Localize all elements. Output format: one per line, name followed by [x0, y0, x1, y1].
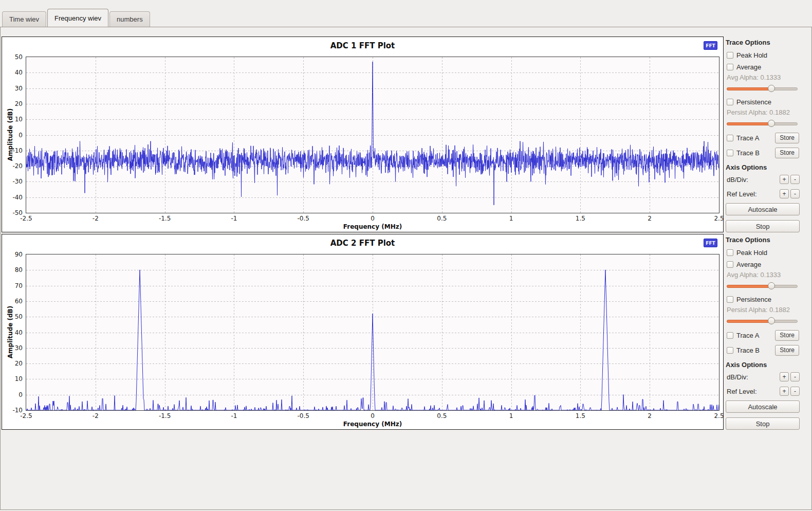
x-tick-label: 1.5 [576, 215, 585, 222]
trace-b-row: Trace B Store [727, 147, 801, 158]
stop-button[interactable]: Stop [726, 417, 800, 430]
avg-alpha-slider[interactable] [727, 85, 798, 92]
ref-level-plus-button[interactable]: + [780, 189, 789, 198]
y-tick-label: 50 [15, 53, 23, 61]
trace-options-header: Trace Options [726, 39, 801, 48]
tab-frequency-wiev[interactable]: Frequency wiev [47, 9, 108, 27]
plot-area [26, 57, 719, 213]
x-tick-label: -0.5 [297, 215, 309, 222]
slider-handle[interactable] [768, 317, 775, 324]
y-tick-label: 20 [15, 360, 23, 367]
persistence-row[interactable]: Persistence [727, 97, 801, 106]
tab-numbers[interactable]: numbers [109, 11, 150, 27]
db-div-plus-button[interactable]: + [780, 372, 789, 381]
trace-b-checkbox[interactable] [727, 347, 733, 354]
x-tick-label: 2 [648, 412, 652, 419]
db-div-label: dB/Div: [727, 176, 748, 184]
persistence-row[interactable]: Persistence [727, 295, 801, 304]
persistence-checkbox[interactable] [727, 99, 733, 105]
persist-alpha-value: Persist Alpha: 0.1882 [727, 108, 801, 117]
axis-options-header: Axis Options [726, 163, 801, 173]
autoscale-button[interactable]: Autoscale [726, 400, 800, 413]
store-a-button[interactable]: Store [775, 133, 799, 143]
store-a-button[interactable]: Store [775, 330, 799, 341]
persistence-label: Persistence [736, 296, 771, 303]
x-tick-label: 1 [509, 412, 513, 419]
trace-options-header: Trace Options [726, 236, 801, 245]
y-tick-label: 30 [15, 85, 23, 92]
db-div-label: dB/Div: [727, 373, 748, 381]
store-b-button[interactable]: Store [775, 345, 799, 356]
x-tick-label: -2 [93, 215, 99, 222]
ref-level-label: Ref Level: [727, 190, 757, 198]
fft-badge[interactable]: FFT [704, 239, 717, 247]
y-tick-labels: 9080706050403020100-10 [2, 254, 24, 411]
fft-plot-canvas-2[interactable] [26, 254, 719, 410]
trace-b-checkbox[interactable] [727, 150, 733, 156]
peak-hold-row[interactable]: Peak Hold [727, 248, 801, 257]
persist-alpha-slider[interactable] [727, 120, 798, 127]
x-tick-label: -2.5 [20, 412, 32, 419]
y-tick-label: 80 [15, 266, 23, 273]
fft-plot-canvas-1[interactable] [26, 57, 719, 213]
db-div-plus-button[interactable]: + [780, 175, 789, 184]
x-axis-label: Frequency (MHz) [26, 223, 719, 230]
persistence-checkbox[interactable] [727, 296, 733, 303]
y-tick-label: 40 [15, 329, 23, 336]
slider-fill [727, 285, 771, 288]
trace-a-row: Trace A Store [727, 132, 801, 143]
x-axis-label: Frequency (MHz) [26, 421, 719, 428]
x-tick-label: 2.5 [714, 215, 724, 222]
x-tick-label: -1.5 [159, 215, 171, 222]
peak-hold-row[interactable]: Peak Hold [727, 50, 801, 60]
ref-level-row: Ref Level: + - [727, 189, 800, 199]
persist-alpha-slider[interactable] [727, 317, 798, 324]
average-row[interactable]: Average [727, 260, 801, 269]
plot-title: ADC 2 FFT Plot [2, 239, 723, 248]
db-div-row: dB/Div: + - [727, 174, 800, 185]
slider-fill [727, 122, 771, 125]
ref-level-row: Ref Level: + - [727, 386, 800, 396]
ref-level-minus-button[interactable]: - [790, 387, 800, 396]
autoscale-button[interactable]: Autoscale [726, 203, 800, 215]
db-div-row: dB/Div: + - [727, 372, 800, 382]
db-div-minus-button[interactable]: - [790, 372, 800, 381]
y-tick-label: -30 [12, 178, 23, 185]
axis-options-header: Axis Options [726, 361, 801, 370]
y-tick-label: 10 [15, 116, 23, 123]
trace-b-label: Trace B [736, 346, 760, 354]
slider-handle[interactable] [768, 282, 775, 289]
ref-level-minus-button[interactable]: - [790, 189, 800, 198]
peak-hold-checkbox[interactable] [727, 249, 733, 256]
peak-hold-checkbox[interactable] [727, 52, 733, 59]
slider-fill [727, 87, 771, 90]
slider-handle[interactable] [768, 85, 775, 92]
trace-a-checkbox[interactable] [727, 135, 733, 141]
tab-time-wiev[interactable]: Time wiev [2, 11, 46, 27]
average-checkbox[interactable] [727, 261, 733, 268]
trace-a-checkbox[interactable] [727, 332, 733, 339]
store-b-button[interactable]: Store [775, 148, 799, 158]
trace-options-panel-1: Trace Options Peak Hold Average Avg Alph… [725, 36, 801, 232]
stop-button[interactable]: Stop [726, 220, 800, 232]
fft-badge[interactable]: FFT [704, 41, 717, 50]
x-tick-label: 0.5 [437, 215, 447, 222]
y-tick-label: 60 [15, 298, 23, 305]
slider-handle[interactable] [768, 120, 775, 127]
trace-b-row: Trace B Store [727, 344, 801, 356]
avg-alpha-slider[interactable] [727, 282, 798, 289]
content-frame: ADC 1 FFT Plot FFT Amplitude (dB) 504030… [0, 27, 812, 510]
y-tick-label: 30 [15, 344, 23, 352]
x-tick-label: 1.5 [576, 412, 585, 419]
y-tick-label: 50 [15, 313, 23, 320]
x-tick-labels: -2.5-2-1.5-1-0.500.511.522.5 [26, 215, 719, 223]
avg-alpha-value: Avg Alpha: 0.1333 [727, 74, 801, 82]
x-tick-label: 0 [371, 215, 375, 222]
ref-level-plus-button[interactable]: + [780, 387, 789, 396]
db-div-minus-button[interactable]: - [790, 175, 800, 184]
x-tick-label: -2.5 [20, 215, 32, 222]
average-row[interactable]: Average [727, 62, 801, 71]
peak-hold-label: Peak Hold [736, 51, 767, 59]
y-tick-label: 20 [15, 100, 23, 107]
average-checkbox[interactable] [727, 64, 733, 70]
